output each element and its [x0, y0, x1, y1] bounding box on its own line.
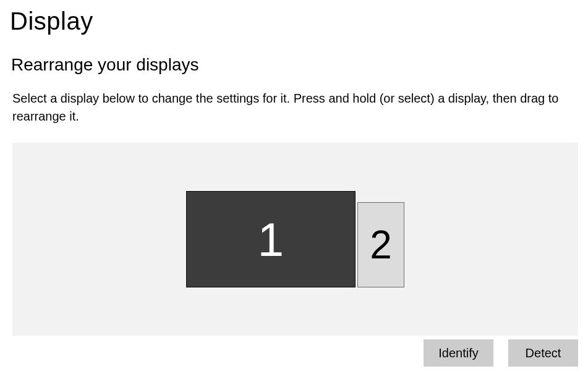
display-arrangement-area[interactable]: 1 2 [12, 143, 578, 336]
identify-button[interactable]: Identify [424, 339, 493, 367]
display-monitor-2[interactable]: 2 [357, 202, 404, 287]
button-row: Identify Detect [0, 339, 578, 367]
page-title: Display [0, 0, 588, 35]
monitor-label: 2 [370, 222, 392, 268]
detect-button[interactable]: Detect [508, 339, 578, 367]
section-description: Select a display below to change the set… [0, 75, 569, 125]
monitor-row: 1 2 [186, 191, 404, 287]
display-monitor-1[interactable]: 1 [186, 191, 356, 287]
section-title: Rearrange your displays [0, 35, 588, 75]
monitor-label: 1 [258, 213, 284, 266]
